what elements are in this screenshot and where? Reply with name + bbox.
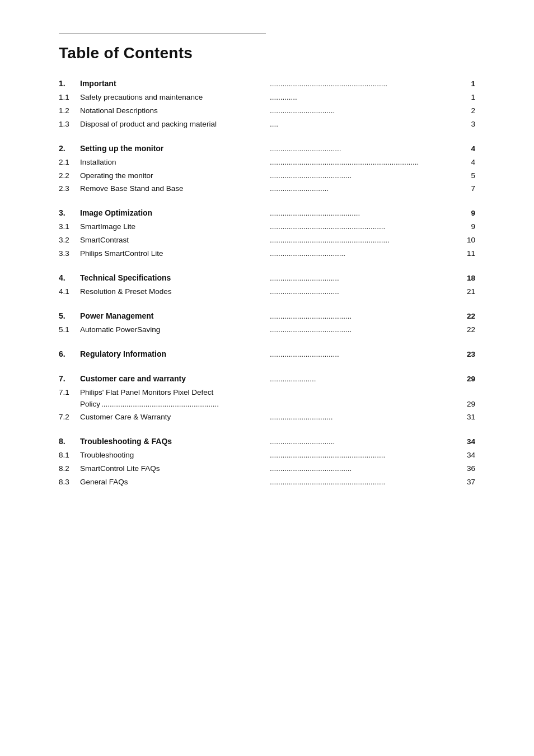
chapter-dots: ............................... bbox=[269, 436, 460, 448]
sub-label-continued: Policy bbox=[80, 399, 100, 410]
sub-label: Notational Descriptions bbox=[80, 105, 269, 117]
toc-section: 6.Regulatory Information................… bbox=[59, 348, 475, 361]
sub-page: 31 bbox=[460, 412, 475, 423]
sub-num: 1.1 bbox=[59, 92, 80, 104]
sub-dots: ........................................… bbox=[269, 221, 460, 233]
sub-label: Resolution & Preset Modes bbox=[80, 286, 269, 298]
chapter-label: Customer care and warranty bbox=[80, 373, 269, 385]
chapter-dots: ........................................… bbox=[269, 208, 460, 220]
toc-sub-row: 8.2SmartControl Lite FAQs...............… bbox=[59, 463, 475, 475]
sub-page: 36 bbox=[460, 463, 475, 475]
sub-num: 5.1 bbox=[59, 324, 80, 336]
chapter-dots: ...................... bbox=[269, 374, 460, 385]
sub-num: 1.3 bbox=[59, 119, 80, 130]
toc-sub-row: 7.2Customer Care & Warranty.............… bbox=[59, 412, 475, 423]
chapter-dots: ................................. bbox=[269, 349, 460, 361]
sub-label: Customer Care & Warranty bbox=[80, 412, 269, 423]
sub-page: 11 bbox=[460, 248, 475, 260]
toc-container: 1.Important.............................… bbox=[59, 78, 475, 488]
sub-page: 5 bbox=[460, 170, 475, 182]
sub-label: Safety precautions and maintenance bbox=[80, 92, 269, 104]
toc-section: 4.Technical Specifications..............… bbox=[59, 272, 475, 298]
sub-dots: ........................................… bbox=[100, 399, 460, 410]
sub-label: Disposal of product and packing material bbox=[80, 119, 269, 130]
sub-label: SmartImage Lite bbox=[80, 221, 269, 233]
sub-label: SmartContrast bbox=[80, 235, 269, 246]
chapter-page: 23 bbox=[460, 349, 475, 361]
sub-dots: ............................ bbox=[269, 183, 460, 195]
sub-page: 7 bbox=[460, 183, 475, 195]
chapter-dots: ................................. bbox=[269, 273, 460, 284]
chapter-label: Setting up the monitor bbox=[80, 143, 269, 155]
chapter-page: 18 bbox=[460, 273, 475, 284]
sub-num: 3.2 bbox=[59, 235, 80, 246]
toc-chapter-row: 7.Customer care and warranty............… bbox=[59, 373, 475, 385]
toc-sub-row: 3.2SmartContrast........................… bbox=[59, 235, 475, 246]
sub-page: 22 bbox=[460, 324, 475, 336]
chapter-label: Image Optimization bbox=[80, 207, 269, 220]
chapter-num: 4. bbox=[59, 272, 80, 284]
chapter-page: 22 bbox=[460, 311, 475, 323]
toc-sub-row: 7.1Philips' Flat Panel Monitors Pixel De… bbox=[59, 387, 475, 410]
sub-label: Installation bbox=[80, 157, 269, 169]
toc-title: Table of Contents bbox=[59, 44, 475, 62]
toc-sub-row: 2.1Installation.........................… bbox=[59, 157, 475, 169]
toc-sub-row: 8.3General FAQs.........................… bbox=[59, 477, 475, 488]
toc-chapter-row: 1.Important.............................… bbox=[59, 78, 475, 90]
sub-dots: ............. bbox=[269, 92, 460, 104]
toc-sub-row: 1.3Disposal of product and packing mater… bbox=[59, 119, 475, 130]
sub-dots: ....................................... bbox=[269, 324, 460, 336]
sub-label: Philips SmartControl Lite bbox=[80, 248, 269, 260]
sub-dots: ........................................… bbox=[269, 235, 460, 246]
sub-page: 3 bbox=[460, 119, 475, 130]
top-rule bbox=[59, 34, 266, 34]
toc-chapter-row: 8.Troubleshooting & FAQs................… bbox=[59, 436, 475, 448]
sub-dots: .............................. bbox=[269, 412, 460, 423]
toc-sub-row: 8.1Troubleshooting......................… bbox=[59, 450, 475, 461]
chapter-label: Troubleshooting & FAQs bbox=[80, 436, 269, 448]
chapter-dots: ........................................… bbox=[269, 78, 460, 90]
sub-dots: ........................................… bbox=[269, 450, 460, 461]
sub-page: 9 bbox=[460, 221, 475, 233]
chapter-num: 3. bbox=[59, 207, 80, 220]
toc-section: 8.Troubleshooting & FAQs................… bbox=[59, 436, 475, 488]
sub-page: 37 bbox=[460, 477, 475, 488]
sub-dots: ........................................… bbox=[269, 477, 460, 488]
sub-num: 4.1 bbox=[59, 286, 80, 298]
sub-num: 2.3 bbox=[59, 183, 80, 195]
toc-section: 1.Important.............................… bbox=[59, 78, 475, 130]
sub-page: 4 bbox=[460, 157, 475, 169]
toc-section: 7.Customer care and warranty............… bbox=[59, 373, 475, 424]
sub-label: General FAQs bbox=[80, 477, 269, 488]
toc-chapter-row: 2.Setting up the monitor................… bbox=[59, 143, 475, 155]
sub-page: 29 bbox=[460, 399, 475, 410]
sub-num: 7.1 bbox=[59, 387, 80, 399]
toc-section: 2.Setting up the monitor................… bbox=[59, 143, 475, 195]
sub-num: 8.2 bbox=[59, 463, 80, 475]
chapter-page: 29 bbox=[460, 374, 475, 385]
sub-num: 8.1 bbox=[59, 450, 80, 461]
chapter-page: 9 bbox=[460, 208, 475, 220]
toc-sub-row: 2.3Remove Base Stand and Base...........… bbox=[59, 183, 475, 195]
toc-section: 3.Image Optimization....................… bbox=[59, 207, 475, 260]
chapter-page: 34 bbox=[460, 436, 475, 448]
sub-label: SmartControl Lite FAQs bbox=[80, 463, 269, 475]
sub-dots: ................................. bbox=[269, 286, 460, 298]
sub-num: 2.1 bbox=[59, 157, 80, 169]
sub-page: 34 bbox=[460, 450, 475, 461]
sub-dots: ........................................… bbox=[269, 157, 460, 169]
sub-num: 3.1 bbox=[59, 221, 80, 233]
toc-sub-row: 3.1SmartImage Lite......................… bbox=[59, 221, 475, 233]
toc-chapter-row: 5.Power Management......................… bbox=[59, 310, 475, 323]
chapter-num: 1. bbox=[59, 78, 80, 90]
toc-chapter-row: 6.Regulatory Information................… bbox=[59, 348, 475, 361]
chapter-dots: .................................. bbox=[269, 143, 460, 155]
chapter-dots: ....................................... bbox=[269, 311, 460, 323]
chapter-page: 4 bbox=[460, 143, 475, 155]
chapter-label: Regulatory Information bbox=[80, 348, 269, 361]
sub-label: Operating the monitor bbox=[80, 170, 269, 182]
chapter-label: Power Management bbox=[80, 310, 269, 323]
toc-sub-row: 3.3Philips SmartControl Lite............… bbox=[59, 248, 475, 260]
sub-page: 1 bbox=[460, 92, 475, 104]
sub-label: Remove Base Stand and Base bbox=[80, 183, 269, 195]
